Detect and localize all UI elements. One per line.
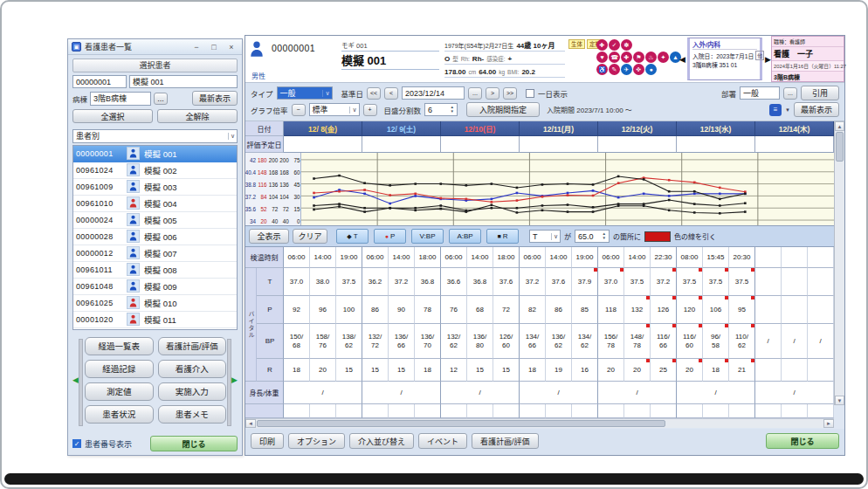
value-cell[interactable]: 06:00 xyxy=(284,247,310,268)
value-cell[interactable]: 126 xyxy=(651,296,677,324)
value-cell[interactable]: 37.6 xyxy=(493,268,520,296)
value-cell[interactable] xyxy=(754,359,782,382)
value-cell[interactable] xyxy=(676,404,703,418)
height-weight-cell[interactable]: / xyxy=(440,382,520,404)
scroll-left-icon[interactable]: ◄ xyxy=(245,419,256,428)
value-cell[interactable]: 37.9 xyxy=(572,268,598,296)
action-button[interactable]: 看護介入 xyxy=(158,360,227,378)
value-cell[interactable]: 37.2 xyxy=(389,268,415,296)
toggle-r[interactable]: ■R xyxy=(486,229,519,244)
value-cell[interactable]: 120 xyxy=(676,296,703,324)
value-cell[interactable]: 16 xyxy=(572,359,598,382)
patient-row[interactable]: 00961009模擬 003 xyxy=(73,179,237,196)
spinner-arrows-icon[interactable]: ▲▼ xyxy=(451,106,454,114)
value-cell[interactable]: 72 xyxy=(493,296,520,324)
zoom-select[interactable]: 標準∨ xyxy=(309,103,360,116)
value-cell[interactable]: 76 xyxy=(440,296,467,324)
value-cell[interactable] xyxy=(754,247,782,268)
value-cell[interactable]: 136/62 xyxy=(546,324,572,359)
date-cell[interactable]: 12/12(火) xyxy=(598,121,677,136)
value-cell[interactable]: 37.5 xyxy=(703,268,729,296)
date-next-button[interactable]: > xyxy=(486,87,499,100)
height-weight-cell[interactable]: / xyxy=(519,382,598,404)
zoom-in-button[interactable]: + xyxy=(363,104,377,116)
ward-browse-button[interactable]: ... xyxy=(154,93,168,105)
value-cell[interactable]: 06:00 xyxy=(519,247,546,268)
value-cell[interactable]: 148/78 xyxy=(624,324,651,359)
value-cell[interactable]: 37.5 xyxy=(336,268,362,296)
value-cell[interactable] xyxy=(808,247,834,268)
value-cell[interactable]: 14:00 xyxy=(624,247,651,268)
date-cell[interactable]: 12/ 9(土) xyxy=(362,121,441,136)
patient-number-checkbox[interactable]: ✓ xyxy=(72,439,81,448)
value-cell[interactable]: 116/60 xyxy=(676,324,703,359)
value-cell[interactable] xyxy=(519,404,546,418)
value-cell[interactable] xyxy=(754,404,782,418)
value-cell[interactable]: 136/80 xyxy=(467,324,493,359)
value-cell[interactable]: 116/66 xyxy=(651,324,677,359)
patient-row[interactable]: 00000028模擬 006 xyxy=(73,229,237,245)
value-cell[interactable]: 15 xyxy=(389,359,415,382)
zoom-out-button[interactable]: − xyxy=(292,104,306,116)
date-cell[interactable]: 12/14(木) xyxy=(755,121,834,136)
value-cell[interactable] xyxy=(651,404,677,418)
value-cell[interactable] xyxy=(782,404,808,418)
evaluation-cell[interactable] xyxy=(362,136,441,153)
value-cell[interactable] xyxy=(624,404,651,418)
date-cell[interactable]: 12/10(日) xyxy=(441,121,520,136)
band-color-swatch[interactable] xyxy=(644,231,671,242)
value-cell[interactable] xyxy=(310,404,336,418)
value-cell[interactable]: 138/62 xyxy=(336,324,362,359)
value-cell[interactable]: 20 xyxy=(597,359,624,382)
patient-row[interactable]: 00961010模擬 004 xyxy=(73,196,237,212)
value-cell[interactable]: 21 xyxy=(729,359,755,382)
memo-icon[interactable]: ≡ xyxy=(769,104,782,116)
value-cell[interactable]: 85 xyxy=(572,296,598,324)
value-cell[interactable]: 06:00 xyxy=(440,247,467,268)
patient-row[interactable]: 00000012模擬 007 xyxy=(73,245,237,262)
value-cell[interactable]: 37.5 xyxy=(676,268,703,296)
value-cell[interactable]: 15:45 xyxy=(703,247,729,268)
value-cell[interactable]: 14:00 xyxy=(310,247,336,268)
value-cell[interactable] xyxy=(729,404,755,418)
patient-row[interactable]: 00000024模擬 005 xyxy=(73,212,237,229)
height-weight-cell[interactable]: / xyxy=(362,382,441,404)
value-cell[interactable]: 19 xyxy=(546,359,572,382)
height-weight-cell[interactable]: / xyxy=(597,382,677,404)
value-cell[interactable]: 37.2 xyxy=(519,268,546,296)
date-cell[interactable]: 12/ 8(金) xyxy=(284,121,362,136)
grid-refresh-button[interactable]: 最新表示 xyxy=(794,102,839,117)
value-cell[interactable]: 37.2 xyxy=(651,268,677,296)
value-cell[interactable]: 06:00 xyxy=(362,247,389,268)
value-cell[interactable] xyxy=(754,296,782,324)
value-cell[interactable]: 136/70 xyxy=(415,324,441,359)
value-cell[interactable]: 19:00 xyxy=(572,247,598,268)
value-cell[interactable] xyxy=(415,404,441,418)
refresh-button[interactable]: 最新表示 xyxy=(192,91,238,106)
date-picker-button[interactable]: ... xyxy=(468,87,482,100)
action-button[interactable]: 患者メモ xyxy=(158,405,227,424)
value-cell[interactable]: 36.8 xyxy=(415,268,441,296)
value-cell[interactable]: 08:00 xyxy=(676,247,703,268)
show-all-button[interactable]: 全表示 xyxy=(249,229,289,244)
value-cell[interactable]: 18 xyxy=(415,359,441,382)
date-cell[interactable]: 12/11(月) xyxy=(520,121,598,136)
value-cell[interactable] xyxy=(703,404,729,418)
horizontal-scroll-thumb[interactable] xyxy=(257,420,665,427)
value-cell[interactable]: 18 xyxy=(703,359,729,382)
value-cell[interactable]: / xyxy=(754,324,782,359)
action-button[interactable]: 経過記録 xyxy=(85,360,154,378)
date-first-button[interactable]: << xyxy=(367,87,381,100)
patient-row[interactable]: 00961011模擬 008 xyxy=(73,262,237,279)
value-cell[interactable] xyxy=(782,268,808,296)
value-cell[interactable] xyxy=(493,404,520,418)
admission-next-icon[interactable]: ▶ xyxy=(765,55,771,64)
patient-list-close-button[interactable]: 閉じる xyxy=(150,436,238,451)
value-cell[interactable]: 25 xyxy=(651,359,677,382)
value-cell[interactable]: 86 xyxy=(362,296,389,324)
height-weight-cell[interactable]: / xyxy=(283,382,362,404)
value-cell[interactable] xyxy=(362,404,389,418)
patient-row[interactable]: 00961048模擬 009 xyxy=(73,279,237,295)
patient-row[interactable]: 00961024模擬 002 xyxy=(73,162,237,179)
value-cell[interactable] xyxy=(546,404,572,418)
